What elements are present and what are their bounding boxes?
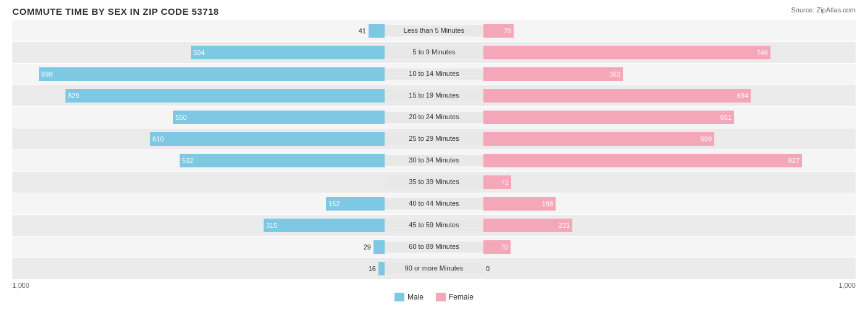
legend-male-label: Male [407, 293, 424, 301]
chart-title: COMMUTE TIME BY SEX IN ZIP CODE 53718 [12, 6, 856, 17]
male-value: 550 [175, 114, 186, 121]
female-value: 827 [788, 157, 799, 164]
bar-row: 82915 to 19 Minutes694 [12, 85, 856, 106]
female-value: 362 [609, 70, 620, 78]
bars-area: 41Less than 5 Minutes795045 to 9 Minutes… [12, 20, 856, 279]
bar-row: 55020 to 24 Minutes651 [12, 107, 856, 128]
axis-row: 1,000 1,000 [12, 282, 856, 289]
male-value: 152 [328, 200, 340, 208]
bar-row: 41Less than 5 Minutes79 [12, 20, 856, 41]
row-label: 20 to 24 Minutes [385, 112, 483, 122]
female-value: 694 [737, 92, 748, 99]
bar-row: 31545 to 59 Minutes231 [12, 215, 856, 236]
legend-male: Male [394, 293, 424, 301]
male-value: 898 [41, 70, 52, 78]
row-label: 15 to 19 Minutes [385, 90, 483, 101]
source-label: Source: ZipAtlas.com [791, 6, 856, 14]
male-value: 829 [68, 92, 79, 99]
female-value: 746 [757, 49, 768, 56]
male-value: 16 [369, 265, 376, 272]
male-value: 41 [359, 27, 366, 35]
chart-container: COMMUTE TIME BY SEX IN ZIP CODE 53718 So… [0, 0, 868, 323]
row-label: 30 to 34 Minutes [385, 155, 483, 166]
female-value: 79 [504, 27, 511, 35]
male-value: 610 [152, 135, 164, 143]
bar-row: 61025 to 29 Minutes599 [12, 128, 856, 149]
bar-row: 035 to 39 Minutes72 [12, 172, 856, 193]
female-value: 72 [501, 178, 509, 186]
bar-row: 1690 or more Minutes0 [12, 258, 856, 279]
male-color-box [394, 293, 404, 301]
male-value: 29 [364, 243, 371, 251]
row-label: 35 to 39 Minutes [385, 177, 483, 187]
row-label: Less than 5 Minutes [385, 25, 483, 36]
axis-right-val: 1,000 [838, 282, 856, 289]
male-value: 532 [182, 157, 193, 164]
female-value: 70 [501, 243, 508, 251]
male-value: 504 [193, 49, 204, 56]
row-label: 40 to 44 Minutes [385, 198, 483, 209]
legend: Male Female [12, 293, 856, 301]
male-value: 315 [266, 222, 277, 229]
legend-female-label: Female [449, 293, 474, 301]
bar-row: 2960 to 89 Minutes70 [12, 237, 856, 258]
axis-left-val: 1,000 [12, 282, 30, 289]
row-label: 90 or more Minutes [385, 263, 483, 274]
female-value: 0 [486, 265, 490, 272]
female-value: 599 [701, 135, 712, 143]
row-label: 60 to 89 Minutes [385, 241, 483, 252]
row-label: 25 to 29 Minutes [385, 133, 483, 144]
legend-female: Female [436, 293, 474, 301]
bar-row: 89810 to 14 Minutes362 [12, 64, 856, 85]
female-value: 188 [542, 200, 553, 208]
female-value: 651 [720, 114, 732, 121]
female-value: 231 [559, 222, 570, 229]
bar-row: 15240 to 44 Minutes188 [12, 193, 856, 214]
row-label: 45 to 59 Minutes [385, 220, 483, 230]
female-color-box [436, 293, 446, 301]
row-label: 5 to 9 Minutes [385, 47, 483, 57]
bar-row: 53230 to 34 Minutes827 [12, 150, 856, 171]
row-label: 10 to 14 Minutes [385, 69, 483, 79]
bar-row: 5045 to 9 Minutes746 [12, 42, 856, 63]
